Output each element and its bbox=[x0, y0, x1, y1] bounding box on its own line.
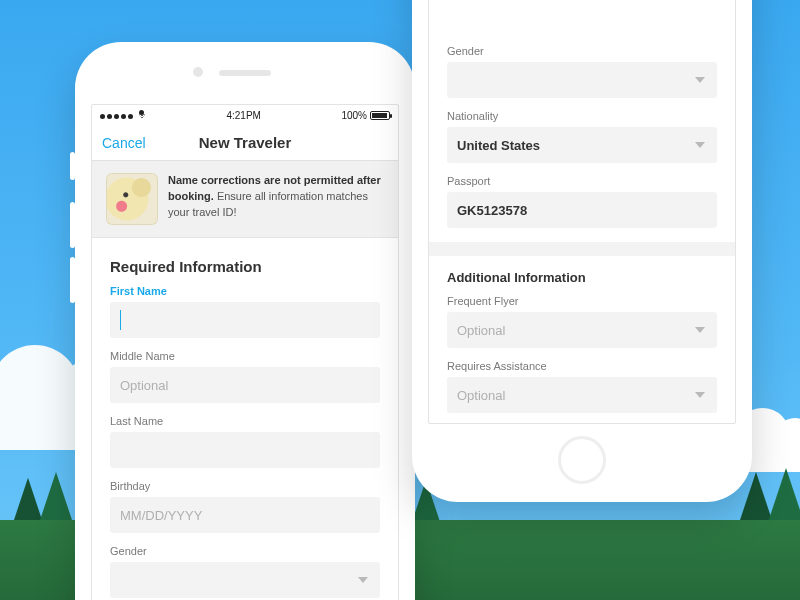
label-first-name: First Name bbox=[110, 285, 380, 297]
battery-indicator: 100% bbox=[341, 110, 390, 121]
passport-field[interactable]: GK5123578 bbox=[447, 192, 717, 228]
frequent-flyer-select[interactable]: Optional bbox=[447, 312, 717, 348]
label-gender: Gender bbox=[447, 45, 717, 57]
label-gender-left: Gender bbox=[110, 545, 380, 557]
phone-frame-left: ᯤ 4:21PM 100% Cancel New Traveler Name c… bbox=[75, 42, 415, 600]
gender-select[interactable] bbox=[447, 62, 717, 98]
page-title: New Traveler bbox=[199, 134, 292, 151]
middle-name-field[interactable]: Optional bbox=[110, 367, 380, 403]
label-frequent-flyer: Frequent Flyer bbox=[447, 295, 717, 307]
section-additional: Additional Information bbox=[447, 270, 717, 285]
gender-select-left[interactable] bbox=[110, 562, 380, 598]
section-divider bbox=[429, 242, 735, 256]
screen-right: Gender Nationality United States Passpor… bbox=[428, 0, 736, 424]
label-assistance: Requires Assistance bbox=[447, 360, 717, 372]
mascot-icon bbox=[106, 173, 158, 225]
screen-left: ᯤ 4:21PM 100% Cancel New Traveler Name c… bbox=[91, 104, 399, 600]
section-required: Required Information bbox=[110, 258, 380, 275]
last-name-field[interactable] bbox=[110, 432, 380, 468]
home-button[interactable] bbox=[558, 436, 606, 484]
birthday-field[interactable]: MM/DD/YYYY bbox=[110, 497, 380, 533]
label-passport: Passport bbox=[447, 175, 717, 187]
signal-dots-icon: ᯤ bbox=[100, 110, 146, 121]
cancel-button[interactable]: Cancel bbox=[102, 135, 146, 151]
label-last-name: Last Name bbox=[110, 415, 380, 427]
navbar: Cancel New Traveler bbox=[92, 125, 398, 161]
label-nationality: Nationality bbox=[447, 110, 717, 122]
phone-frame-right: Gender Nationality United States Passpor… bbox=[412, 0, 752, 502]
label-middle-name: Middle Name bbox=[110, 350, 380, 362]
status-time: 4:21PM bbox=[226, 110, 260, 121]
assistance-select[interactable]: Optional bbox=[447, 377, 717, 413]
warning-text: Name corrections are not permitted after… bbox=[168, 173, 384, 225]
text-cursor-icon bbox=[120, 310, 121, 330]
first-name-field[interactable] bbox=[110, 302, 380, 338]
status-bar: ᯤ 4:21PM 100% bbox=[92, 105, 398, 125]
nationality-select[interactable]: United States bbox=[447, 127, 717, 163]
warning-banner: Name corrections are not permitted after… bbox=[92, 161, 398, 238]
label-birthday: Birthday bbox=[110, 480, 380, 492]
